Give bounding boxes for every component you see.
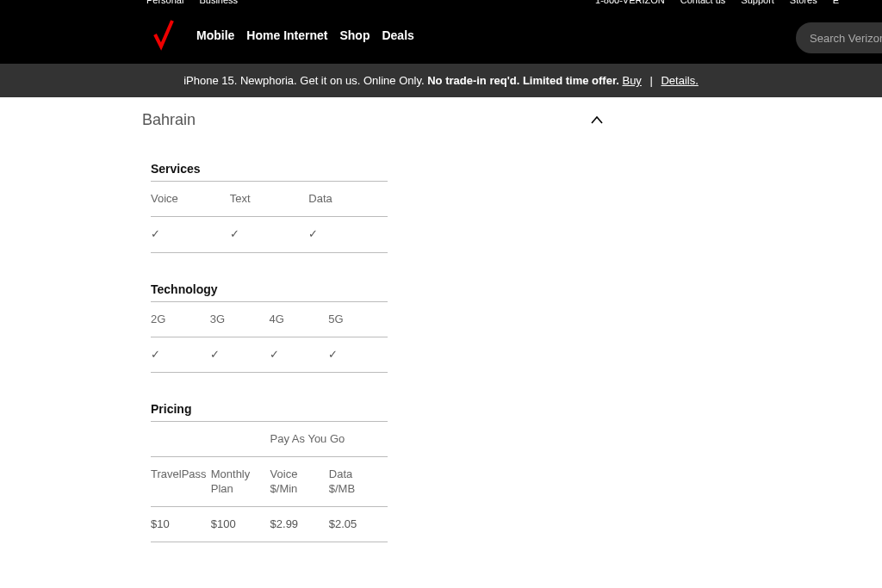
promo-banner: iPhone 15. Newphoria. Get it on us. Onli… xyxy=(0,64,882,97)
col-voice-price: Voice $/Min xyxy=(270,457,329,507)
country-name: Bahrain xyxy=(142,111,196,129)
col-voice: Voice xyxy=(151,182,230,217)
search-placeholder: Search Verizon xyxy=(810,32,882,45)
section-services: Services Voice Text Data ✓ ✓ ✓ xyxy=(142,162,607,253)
col-5g: 5G xyxy=(328,301,388,337)
pricing-super-header: Pay As You Go xyxy=(270,422,388,457)
table-row: 2G 3G 4G 5G xyxy=(151,301,388,337)
pricing-table: Pay As You Go TravelPass Monthly Plan Vo… xyxy=(151,421,388,542)
table-row: $10 $100 $2.99 $2.05 xyxy=(151,506,388,542)
promo-bold: No trade-in req'd. Limited time offer. xyxy=(427,74,622,87)
promo-divider: | xyxy=(647,74,656,87)
nav-home-internet[interactable]: Home Internet xyxy=(246,28,327,42)
check-5g: ✓ xyxy=(328,337,388,372)
check-text: ✓ xyxy=(230,217,309,252)
col-3g: 3G xyxy=(210,301,270,337)
col-data-price: Data $/MB xyxy=(329,457,388,507)
col-4g: 4G xyxy=(270,301,329,337)
col-monthly: Monthly Plan xyxy=(211,457,270,507)
nav-mobile[interactable]: Mobile xyxy=(196,28,234,42)
col-2g: 2G xyxy=(151,301,210,337)
main-nav: Mobile Home Internet Shop Deals Search V… xyxy=(0,7,882,64)
utility-bar: Personal Business 1-800-VERIZON Contact … xyxy=(0,0,882,7)
promo-lead: iPhone 15. Newphoria. Get it on us. Onli… xyxy=(183,74,427,87)
chevron-up-icon xyxy=(588,112,606,129)
pricing-blank-2 xyxy=(211,422,270,457)
table-row: Pay As You Go xyxy=(151,422,388,457)
promo-details-link[interactable]: Details. xyxy=(661,74,698,87)
col-travelpass: TravelPass xyxy=(151,457,211,507)
check-4g: ✓ xyxy=(270,337,329,372)
search-input[interactable]: Search Verizon xyxy=(796,22,882,53)
col-text: Text xyxy=(230,182,309,217)
section-title-technology: Technology xyxy=(151,282,607,296)
val-travelpass: $10 xyxy=(151,506,211,542)
section-title-pricing: Pricing xyxy=(151,402,607,416)
nav-links: Mobile Home Internet Shop Deals xyxy=(196,28,414,42)
nav-shop[interactable]: Shop xyxy=(339,28,370,42)
nav-deals[interactable]: Deals xyxy=(382,28,413,42)
table-row: Voice Text Data xyxy=(151,182,388,217)
val-voice: $2.99 xyxy=(270,506,329,542)
check-data: ✓ xyxy=(308,217,388,252)
verizon-logo-icon[interactable] xyxy=(153,19,174,52)
pricing-blank-1 xyxy=(151,422,211,457)
table-row: ✓ ✓ ✓ xyxy=(151,217,388,252)
section-technology: Technology 2G 3G 4G 5G ✓ ✓ ✓ ✓ xyxy=(142,282,607,374)
country-accordion-header[interactable]: Bahrain xyxy=(142,109,607,133)
col-data: Data xyxy=(308,182,388,217)
content-area: Bahrain Services Voice Text Data ✓ ✓ ✓ T… xyxy=(142,109,607,542)
services-table: Voice Text Data ✓ ✓ ✓ xyxy=(151,181,388,253)
val-monthly: $100 xyxy=(211,506,270,542)
check-voice: ✓ xyxy=(151,217,230,252)
section-title-services: Services xyxy=(151,162,607,176)
val-data: $2.05 xyxy=(329,506,388,542)
check-3g: ✓ xyxy=(210,337,270,372)
table-row: ✓ ✓ ✓ ✓ xyxy=(151,337,388,372)
table-row: TravelPass Monthly Plan Voice $/Min Data… xyxy=(151,457,388,507)
promo-buy-link[interactable]: Buy xyxy=(622,74,641,87)
section-pricing: Pricing Pay As You Go TravelPass Monthly… xyxy=(142,402,607,542)
check-2g: ✓ xyxy=(151,337,210,372)
technology-table: 2G 3G 4G 5G ✓ ✓ ✓ ✓ xyxy=(151,301,388,374)
